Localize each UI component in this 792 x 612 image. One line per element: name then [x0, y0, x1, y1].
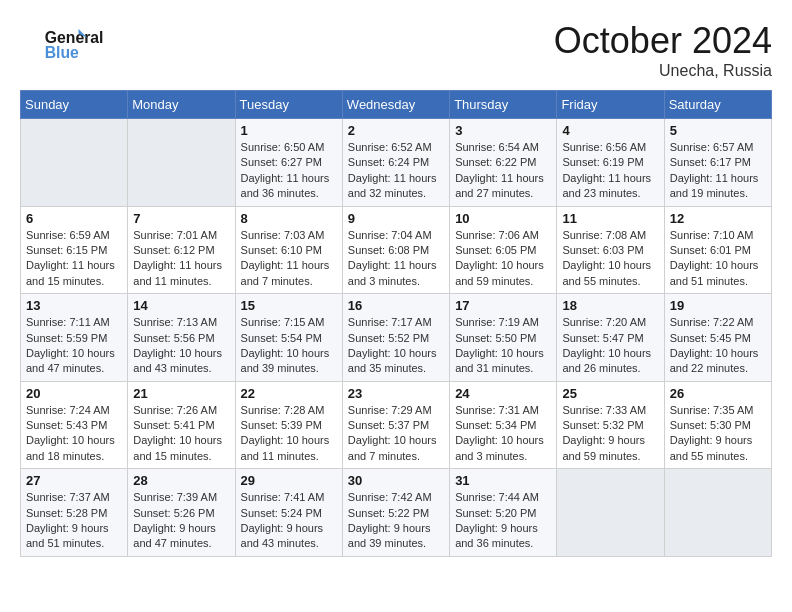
calendar-week-row: 6Sunrise: 6:59 AM Sunset: 6:15 PM Daylig… — [21, 206, 772, 294]
calendar-cell: 25Sunrise: 7:33 AM Sunset: 5:32 PM Dayli… — [557, 381, 664, 469]
day-number: 19 — [670, 298, 766, 313]
calendar-cell — [128, 119, 235, 207]
day-number: 29 — [241, 473, 337, 488]
day-number: 6 — [26, 211, 122, 226]
day-info: Sunrise: 6:56 AM Sunset: 6:19 PM Dayligh… — [562, 140, 658, 202]
weekday-header: Wednesday — [342, 91, 449, 119]
calendar-cell: 4Sunrise: 6:56 AM Sunset: 6:19 PM Daylig… — [557, 119, 664, 207]
day-number: 26 — [670, 386, 766, 401]
day-number: 15 — [241, 298, 337, 313]
calendar-cell — [557, 469, 664, 557]
location: Unecha, Russia — [554, 62, 772, 80]
calendar-cell — [664, 469, 771, 557]
calendar-cell: 19Sunrise: 7:22 AM Sunset: 5:45 PM Dayli… — [664, 294, 771, 382]
calendar-cell: 28Sunrise: 7:39 AM Sunset: 5:26 PM Dayli… — [128, 469, 235, 557]
day-number: 23 — [348, 386, 444, 401]
calendar-cell: 3Sunrise: 6:54 AM Sunset: 6:22 PM Daylig… — [450, 119, 557, 207]
day-number: 7 — [133, 211, 229, 226]
day-info: Sunrise: 7:26 AM Sunset: 5:41 PM Dayligh… — [133, 403, 229, 465]
svg-text:Blue: Blue — [45, 44, 79, 61]
day-info: Sunrise: 7:01 AM Sunset: 6:12 PM Dayligh… — [133, 228, 229, 290]
day-info: Sunrise: 7:37 AM Sunset: 5:28 PM Dayligh… — [26, 490, 122, 552]
day-info: Sunrise: 7:42 AM Sunset: 5:22 PM Dayligh… — [348, 490, 444, 552]
day-number: 18 — [562, 298, 658, 313]
day-info: Sunrise: 7:39 AM Sunset: 5:26 PM Dayligh… — [133, 490, 229, 552]
day-info: Sunrise: 7:33 AM Sunset: 5:32 PM Dayligh… — [562, 403, 658, 465]
calendar-cell: 2Sunrise: 6:52 AM Sunset: 6:24 PM Daylig… — [342, 119, 449, 207]
weekday-header: Tuesday — [235, 91, 342, 119]
day-info: Sunrise: 7:41 AM Sunset: 5:24 PM Dayligh… — [241, 490, 337, 552]
calendar-cell: 8Sunrise: 7:03 AM Sunset: 6:10 PM Daylig… — [235, 206, 342, 294]
day-info: Sunrise: 6:54 AM Sunset: 6:22 PM Dayligh… — [455, 140, 551, 202]
day-number: 28 — [133, 473, 229, 488]
calendar-cell: 29Sunrise: 7:41 AM Sunset: 5:24 PM Dayli… — [235, 469, 342, 557]
calendar-cell: 21Sunrise: 7:26 AM Sunset: 5:41 PM Dayli… — [128, 381, 235, 469]
calendar-week-row: 27Sunrise: 7:37 AM Sunset: 5:28 PM Dayli… — [21, 469, 772, 557]
day-info: Sunrise: 6:52 AM Sunset: 6:24 PM Dayligh… — [348, 140, 444, 202]
calendar-cell: 9Sunrise: 7:04 AM Sunset: 6:08 PM Daylig… — [342, 206, 449, 294]
calendar-cell: 15Sunrise: 7:15 AM Sunset: 5:54 PM Dayli… — [235, 294, 342, 382]
day-number: 16 — [348, 298, 444, 313]
day-number: 14 — [133, 298, 229, 313]
calendar-cell: 6Sunrise: 6:59 AM Sunset: 6:15 PM Daylig… — [21, 206, 128, 294]
day-number: 13 — [26, 298, 122, 313]
day-number: 10 — [455, 211, 551, 226]
day-number: 2 — [348, 123, 444, 138]
day-info: Sunrise: 7:08 AM Sunset: 6:03 PM Dayligh… — [562, 228, 658, 290]
day-number: 5 — [670, 123, 766, 138]
day-info: Sunrise: 7:24 AM Sunset: 5:43 PM Dayligh… — [26, 403, 122, 465]
day-info: Sunrise: 7:04 AM Sunset: 6:08 PM Dayligh… — [348, 228, 444, 290]
weekday-header: Sunday — [21, 91, 128, 119]
calendar-cell: 16Sunrise: 7:17 AM Sunset: 5:52 PM Dayli… — [342, 294, 449, 382]
calendar-cell: 20Sunrise: 7:24 AM Sunset: 5:43 PM Dayli… — [21, 381, 128, 469]
logo: General Blue — [20, 20, 110, 65]
day-number: 24 — [455, 386, 551, 401]
calendar-week-row: 20Sunrise: 7:24 AM Sunset: 5:43 PM Dayli… — [21, 381, 772, 469]
day-info: Sunrise: 7:31 AM Sunset: 5:34 PM Dayligh… — [455, 403, 551, 465]
weekday-header: Saturday — [664, 91, 771, 119]
calendar-week-row: 1Sunrise: 6:50 AM Sunset: 6:27 PM Daylig… — [21, 119, 772, 207]
day-info: Sunrise: 7:44 AM Sunset: 5:20 PM Dayligh… — [455, 490, 551, 552]
day-number: 21 — [133, 386, 229, 401]
weekday-header: Friday — [557, 91, 664, 119]
day-number: 9 — [348, 211, 444, 226]
day-number: 11 — [562, 211, 658, 226]
calendar-week-row: 13Sunrise: 7:11 AM Sunset: 5:59 PM Dayli… — [21, 294, 772, 382]
day-number: 17 — [455, 298, 551, 313]
calendar-cell — [21, 119, 128, 207]
day-info: Sunrise: 7:19 AM Sunset: 5:50 PM Dayligh… — [455, 315, 551, 377]
day-number: 3 — [455, 123, 551, 138]
calendar-cell: 5Sunrise: 6:57 AM Sunset: 6:17 PM Daylig… — [664, 119, 771, 207]
day-number: 20 — [26, 386, 122, 401]
day-info: Sunrise: 6:50 AM Sunset: 6:27 PM Dayligh… — [241, 140, 337, 202]
logo-icon: General Blue — [20, 20, 110, 65]
page-header: General Blue October 2024 Unecha, Russia — [20, 20, 772, 80]
day-number: 22 — [241, 386, 337, 401]
day-info: Sunrise: 7:29 AM Sunset: 5:37 PM Dayligh… — [348, 403, 444, 465]
day-number: 31 — [455, 473, 551, 488]
day-number: 30 — [348, 473, 444, 488]
day-info: Sunrise: 7:28 AM Sunset: 5:39 PM Dayligh… — [241, 403, 337, 465]
calendar-cell: 22Sunrise: 7:28 AM Sunset: 5:39 PM Dayli… — [235, 381, 342, 469]
day-number: 25 — [562, 386, 658, 401]
day-info: Sunrise: 7:11 AM Sunset: 5:59 PM Dayligh… — [26, 315, 122, 377]
calendar-cell: 14Sunrise: 7:13 AM Sunset: 5:56 PM Dayli… — [128, 294, 235, 382]
calendar-cell: 17Sunrise: 7:19 AM Sunset: 5:50 PM Dayli… — [450, 294, 557, 382]
day-info: Sunrise: 7:35 AM Sunset: 5:30 PM Dayligh… — [670, 403, 766, 465]
calendar-cell: 30Sunrise: 7:42 AM Sunset: 5:22 PM Dayli… — [342, 469, 449, 557]
day-info: Sunrise: 7:06 AM Sunset: 6:05 PM Dayligh… — [455, 228, 551, 290]
calendar-cell: 23Sunrise: 7:29 AM Sunset: 5:37 PM Dayli… — [342, 381, 449, 469]
day-info: Sunrise: 7:10 AM Sunset: 6:01 PM Dayligh… — [670, 228, 766, 290]
title-area: October 2024 Unecha, Russia — [554, 20, 772, 80]
calendar-cell: 11Sunrise: 7:08 AM Sunset: 6:03 PM Dayli… — [557, 206, 664, 294]
calendar-cell: 1Sunrise: 6:50 AM Sunset: 6:27 PM Daylig… — [235, 119, 342, 207]
calendar-cell: 12Sunrise: 7:10 AM Sunset: 6:01 PM Dayli… — [664, 206, 771, 294]
calendar-cell: 31Sunrise: 7:44 AM Sunset: 5:20 PM Dayli… — [450, 469, 557, 557]
day-info: Sunrise: 7:15 AM Sunset: 5:54 PM Dayligh… — [241, 315, 337, 377]
day-info: Sunrise: 7:03 AM Sunset: 6:10 PM Dayligh… — [241, 228, 337, 290]
day-number: 8 — [241, 211, 337, 226]
day-number: 1 — [241, 123, 337, 138]
day-info: Sunrise: 7:17 AM Sunset: 5:52 PM Dayligh… — [348, 315, 444, 377]
calendar-cell: 26Sunrise: 7:35 AM Sunset: 5:30 PM Dayli… — [664, 381, 771, 469]
day-info: Sunrise: 6:57 AM Sunset: 6:17 PM Dayligh… — [670, 140, 766, 202]
